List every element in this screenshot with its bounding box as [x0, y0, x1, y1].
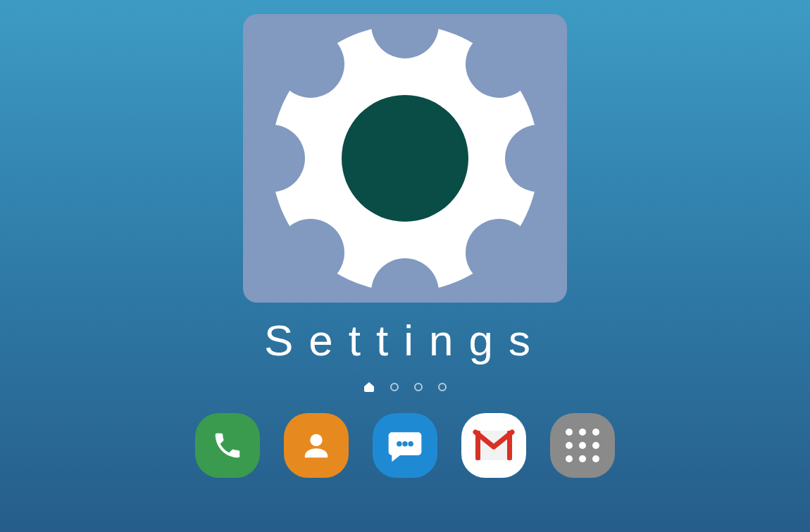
- apps-drawer[interactable]: [550, 413, 615, 478]
- featured-app: Settings: [243, 14, 567, 365]
- gmail-icon: [473, 429, 515, 462]
- gear-icon: [243, 14, 567, 303]
- svg-point-15: [408, 441, 413, 446]
- contacts-app[interactable]: [284, 413, 349, 478]
- phone-app[interactable]: [195, 413, 260, 478]
- svg-rect-18: [507, 431, 512, 460]
- apps-grid-icon: [566, 429, 599, 462]
- svg-point-14: [402, 441, 407, 446]
- home-icon: [364, 382, 374, 392]
- page-indicator-3[interactable]: [414, 383, 423, 391]
- page-indicator-2[interactable]: [390, 383, 399, 391]
- chat-icon: [385, 426, 425, 465]
- person-icon: [298, 427, 335, 464]
- svg-point-12: [310, 434, 322, 446]
- home-page-indicator[interactable]: [363, 382, 375, 392]
- page-indicators: [363, 382, 447, 392]
- gmail-app[interactable]: [461, 413, 526, 478]
- page-indicator-4[interactable]: [438, 383, 447, 391]
- svg-point-13: [397, 441, 401, 446]
- settings-app-icon[interactable]: [243, 14, 567, 303]
- svg-rect-17: [475, 431, 480, 460]
- phone-icon: [211, 429, 244, 462]
- featured-app-label: Settings: [264, 315, 546, 365]
- svg-point-11: [342, 95, 468, 222]
- dock: [195, 413, 615, 492]
- messages-app[interactable]: [373, 413, 437, 478]
